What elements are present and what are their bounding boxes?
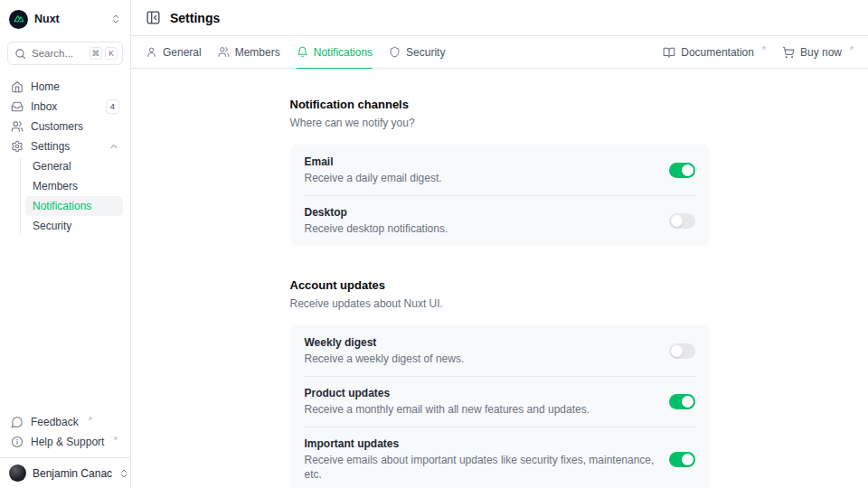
sidebar-subitem-label: Members [33,180,78,192]
buy-now-link[interactable]: Buy now [782,46,854,59]
sidebar-item-label: Settings [31,141,70,152]
sidebar-item-notifications[interactable]: Notifications [25,196,123,216]
sidebar-item-general[interactable]: General [25,156,123,176]
chevrons-up-down-icon [118,468,129,479]
user-avatar [9,465,26,482]
tab-label: Members [235,46,280,59]
info-circle-icon [11,436,24,448]
setting-label: Product updates [305,386,590,400]
tab-security[interactable]: Security [389,36,445,69]
home-icon [11,80,24,93]
action-label: Buy now [800,46,842,59]
tab-general[interactable]: General [146,36,202,69]
setting-row-weekly-digest: Weekly digest Receive a weekly digest of… [290,325,710,376]
feedback-link[interactable]: Feedback [7,412,123,432]
setting-row-desktop: Desktop Receive desktop notifications. [290,195,710,246]
users-icon [218,46,230,58]
section-title: Notification channels [290,98,710,111]
external-link-icon [112,436,118,442]
email-toggle[interactable] [669,163,695,178]
sidebar-item-members[interactable]: Members [25,176,123,196]
important-updates-toggle[interactable] [669,452,695,467]
sidebar-subitem-label: General [33,160,71,173]
sidebar: Nuxt Search... ⌘ K Home Inbox [0,0,131,488]
sidebar-item-label: Customers [31,121,83,132]
section-account-updates: Account updates Receive updates about Nu… [290,278,710,488]
main-panel: Settings General Members Notifications [131,0,868,488]
sidebar-item-security[interactable]: Security [25,216,123,236]
setting-description: Receive a daily email digest. [305,171,442,185]
documentation-link[interactable]: Documentation [663,46,766,59]
setting-label: Important updates [305,436,655,451]
cart-icon [782,46,795,59]
sidebar-item-customers[interactable]: Customers [7,117,123,136]
inbox-count-badge: 4 [106,99,119,113]
settings-tabbar: General Members Notifications Security [131,36,868,69]
shield-icon [389,46,401,58]
external-link-icon [87,416,93,422]
section-subtitle: Receive updates about Nuxt UI. [290,297,710,310]
setting-label: Email [305,155,442,169]
inbox-icon [11,100,24,113]
desktop-toggle[interactable] [669,213,695,229]
page-header: Settings [131,0,868,36]
sidebar-item-label: Home [31,81,60,92]
search-placeholder: Search... [32,48,73,59]
sidebar-bottom: Feedback Help & Support Benjamin Canac [0,412,130,488]
tab-notifications[interactable]: Notifications [297,36,373,69]
sidebar-item-label: Inbox [31,101,57,112]
collapse-sidebar-button[interactable] [146,10,161,25]
setting-description: Receive desktop notifications. [305,221,448,236]
settings-subnav: General Members Notifications Security [7,156,123,236]
sidebar-item-inbox[interactable]: Inbox 4 [7,97,123,117]
product-updates-toggle[interactable] [669,394,695,409]
setting-row-email: Email Receive a daily email digest. [290,145,710,195]
setting-row-important-updates: Important updates Receive emails about i… [290,427,710,488]
external-link-icon [760,45,767,52]
help-support-link[interactable]: Help & Support [7,432,123,452]
section-title: Account updates [290,278,710,292]
page-title: Settings [170,11,220,25]
tab-label: Notifications [314,46,373,59]
book-icon [663,46,675,59]
message-bubble-icon [11,416,24,428]
tab-label: Security [406,46,445,59]
sidebar-item-settings[interactable]: Settings [7,136,123,156]
kbd-k: K [105,47,118,60]
search-shortcut: ⌘ K [90,47,118,60]
app-root: Nuxt Search... ⌘ K Home Inbox [0,0,868,488]
tab-members[interactable]: Members [218,36,280,69]
setting-label: Desktop [305,205,448,220]
external-link-icon [848,45,854,52]
setting-description: Receive emails about important updates l… [305,453,655,482]
sidebar-subitem-label: Notifications [33,200,91,212]
user-menu[interactable]: Benjamin Canac [0,457,130,488]
setting-description: Receive a weekly digest of news. [305,352,465,366]
sidebar-nav: Home Inbox 4 Customers Settings G [7,77,123,236]
gear-icon [11,140,24,153]
chevron-up-icon [108,141,119,152]
workspace-selector[interactable]: Nuxt [7,7,123,31]
nuxt-logo-icon [9,10,28,29]
settings-content: Notification channels Where can we notif… [131,69,868,488]
setting-label: Weekly digest [305,335,465,350]
tab-label: General [163,46,202,59]
settings-card: Email Receive a daily email digest. Desk… [290,145,710,246]
sidebar-subitem-label: Security [33,220,71,232]
tabbar-actions: Documentation Buy now [663,36,854,68]
search-input[interactable]: Search... ⌘ K [7,42,123,65]
weekly-digest-toggle[interactable] [669,343,695,359]
users-icon [11,120,24,133]
tabs: General Members Notifications Security [146,36,445,68]
sidebar-footer-links: Feedback Help & Support [0,412,130,457]
setting-description: Receive a monthly email with all new fea… [305,402,590,417]
kbd-meta: ⌘ [90,47,103,60]
workspace-name: Nuxt [34,13,60,25]
sidebar-item-home[interactable]: Home [7,77,123,97]
section-notification-channels: Notification channels Where can we notif… [290,98,710,246]
chevrons-up-down-icon [110,14,121,24]
action-label: Documentation [681,46,754,59]
footer-link-label: Help & Support [31,436,104,447]
setting-row-product-updates: Product updates Receive a monthly email … [290,376,710,427]
sidebar-top: Nuxt Search... ⌘ K Home Inbox [0,0,130,236]
